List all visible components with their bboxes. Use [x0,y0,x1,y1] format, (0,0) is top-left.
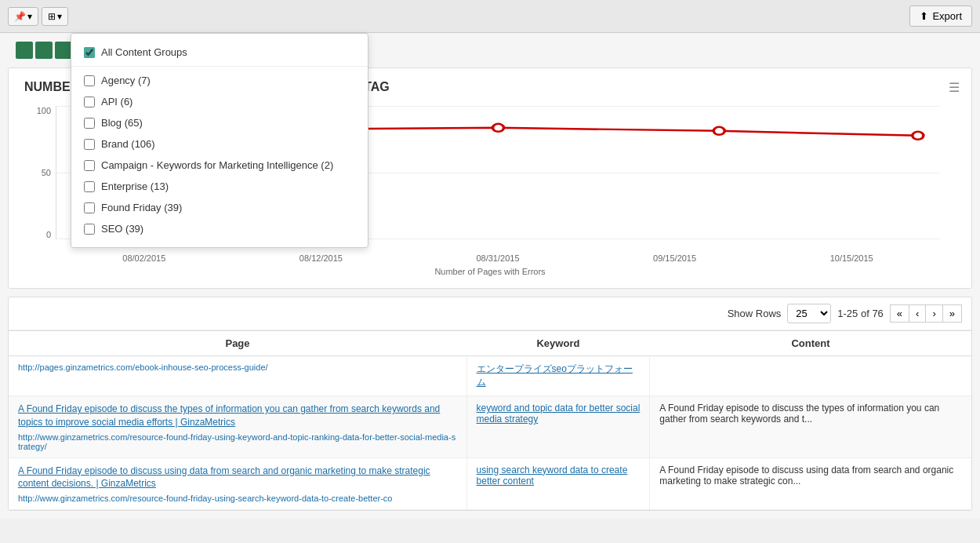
dropdown-item-blog[interactable]: Blog (65) [71,112,368,133]
page-url-link-3[interactable]: http://www.ginzametrics.com/resource-fou… [18,494,457,503]
rows-per-page-select[interactable]: 25 50 100 [787,304,831,323]
toolbar: 📌 ▾ ⊞ ▾ ⬆ Export All Content Groups Agen… [0,0,980,33]
chart-x-labels: 08/02/2015 08/12/2015 08/31/2015 09/15/2… [56,253,940,263]
table-cell-content-2: A Found Friday episode to discuss the ty… [650,396,971,458]
table-cell-content-3: A Found Friday episode to discuss using … [650,457,971,510]
dropdown-divider [71,66,368,67]
green-square-1 [16,42,33,59]
chart-subtitle: Number of Pages with Errors [24,267,956,276]
first-page-button[interactable]: « [890,304,909,323]
dropdown-item-enterprise-label: Enterprise (13) [101,180,169,192]
export-icon: ⬆ [920,10,928,22]
x-label-5: 10/15/2015 [830,253,873,263]
dropdown-item-api-label: API (6) [101,96,132,108]
chart-menu-icon[interactable]: ☰ [949,80,960,95]
page-cell-3: A Found Friday episode to discuss using … [18,465,457,504]
filter-dropdown-arrow: ▾ [57,11,62,22]
y-label-50: 50 [42,168,51,177]
page-cell-2: A Found Friday episode to discuss the ty… [18,403,457,451]
table-cell-content-1 [650,356,971,396]
y-label-100: 100 [37,106,51,115]
content-groups-dropdown: All Content Groups Agency (7) API (6) Bl… [71,33,368,248]
dropdown-item-all[interactable]: All Content Groups [71,42,368,63]
dropdown-item-agency[interactable]: Agency (7) [71,70,368,91]
dropdown-item-campaign-label: Campaign - Keywords for Marketing Intell… [101,159,333,171]
toolbar-left: 📌 ▾ ⊞ ▾ [8,7,68,26]
filter-button[interactable]: ⊞ ▾ [42,7,68,26]
export-label: Export [932,10,962,22]
dropdown-item-brand[interactable]: Brand (106) [71,133,368,155]
dropdown-item-agency-label: Agency (7) [101,75,151,86]
checkbox-blog[interactable] [84,118,95,129]
green-square-2 [35,42,53,59]
table-cell-keyword-1: エンタープライズseoプラットフォーム [466,356,650,396]
y-label-0: 0 [46,230,51,239]
table-row: A Found Friday episode to discuss the ty… [9,396,971,458]
dropdown-item-api[interactable]: API (6) [71,91,368,112]
dropdown-item-campaign[interactable]: Campaign - Keywords for Marketing Intell… [71,155,368,176]
export-button[interactable]: ⬆ Export [909,5,972,27]
page-cell-1: http://pages.ginzametrics.com/ebook-inho… [18,363,457,372]
page-title-link-3[interactable]: A Found Friday episode to discuss using … [18,465,457,491]
pagination-buttons: « ‹ › » [890,304,962,323]
col-header-keyword: Keyword [466,331,650,356]
checkbox-campaign[interactable] [84,160,95,171]
col-header-content: Content [650,331,971,356]
dropdown-item-found-friday[interactable]: Found Friday (39) [71,197,368,218]
dropdown-item-found-friday-label: Found Friday (39) [101,202,182,213]
next-page-button[interactable]: › [925,304,942,323]
pin-dropdown-arrow: ▾ [27,11,32,22]
green-square-3 [55,42,72,59]
table-cell-keyword-3: using search keyword data to create bett… [466,457,650,510]
pin-button[interactable]: 📌 ▾ [8,7,38,26]
checkbox-agency[interactable] [84,75,95,86]
dropdown-item-blog-label: Blog (65) [101,117,143,129]
last-page-button[interactable]: » [942,304,962,323]
x-label-2: 08/12/2015 [299,253,343,263]
dropdown-item-seo[interactable]: SEO (39) [71,218,368,239]
pin-icon: 📌 [14,11,26,22]
page-url-link-2[interactable]: http://www.ginzametrics.com/resource-fou… [18,432,457,451]
checkbox-enterprise[interactable] [84,181,95,192]
filter-icon: ⊞ [48,11,56,22]
table-row: A Found Friday episode to discuss using … [9,457,971,510]
table-cell-page-1: http://pages.ginzametrics.com/ebook-inho… [9,356,466,396]
table-row: http://pages.ginzametrics.com/ebook-inho… [9,356,971,396]
table-section: Show Rows 25 50 100 1-25 of 76 « ‹ › » P… [8,297,972,511]
table-cell-page-2: A Found Friday episode to discuss the ty… [9,396,466,458]
checkbox-found-friday[interactable] [84,202,95,213]
checkbox-all[interactable] [84,47,95,58]
keyword-link-1[interactable]: エンタープライズseoプラットフォーム [477,363,633,388]
dropdown-item-seo-label: SEO (39) [101,223,143,235]
data-table: Page Keyword Content http://pages.ginzam… [9,330,971,510]
keyword-link-3[interactable]: using search keyword data to create bett… [477,465,628,487]
col-header-page: Page [9,331,466,356]
toolbar-right: ⬆ Export [909,5,972,27]
table-header-row: Page Keyword Content [9,331,971,356]
page-title-link-2[interactable]: A Found Friday episode to discuss the ty… [18,403,457,429]
x-label-1: 08/02/2015 [122,253,165,263]
chart-point-3 [913,132,924,140]
table-controls: Show Rows 25 50 100 1-25 of 76 « ‹ › » [9,297,971,330]
dropdown-item-enterprise[interactable]: Enterprise (13) [71,176,368,197]
checkbox-seo[interactable] [84,224,95,235]
chart-point-1 [492,124,503,132]
table-cell-page-3: A Found Friday episode to discuss using … [9,457,466,510]
chart-point-2 [713,127,724,135]
pagination-info: 1-25 of 76 [837,308,884,319]
page-url-link-1[interactable]: http://pages.ginzametrics.com/ebook-inho… [18,363,457,372]
chart-y-axis: 100 50 0 [24,106,56,239]
show-rows-label: Show Rows [728,308,782,319]
x-label-4: 09/15/2015 [653,253,696,263]
dropdown-item-all-label: All Content Groups [101,46,187,58]
table-cell-keyword-2: keyword and topic data for better social… [466,396,650,458]
checkbox-brand[interactable] [84,139,95,150]
x-label-3: 08/31/2015 [476,253,519,263]
keyword-link-2[interactable]: keyword and topic data for better social… [477,403,641,425]
dropdown-item-brand-label: Brand (106) [101,138,155,150]
prev-page-button[interactable]: ‹ [909,304,925,323]
checkbox-api[interactable] [84,97,95,108]
